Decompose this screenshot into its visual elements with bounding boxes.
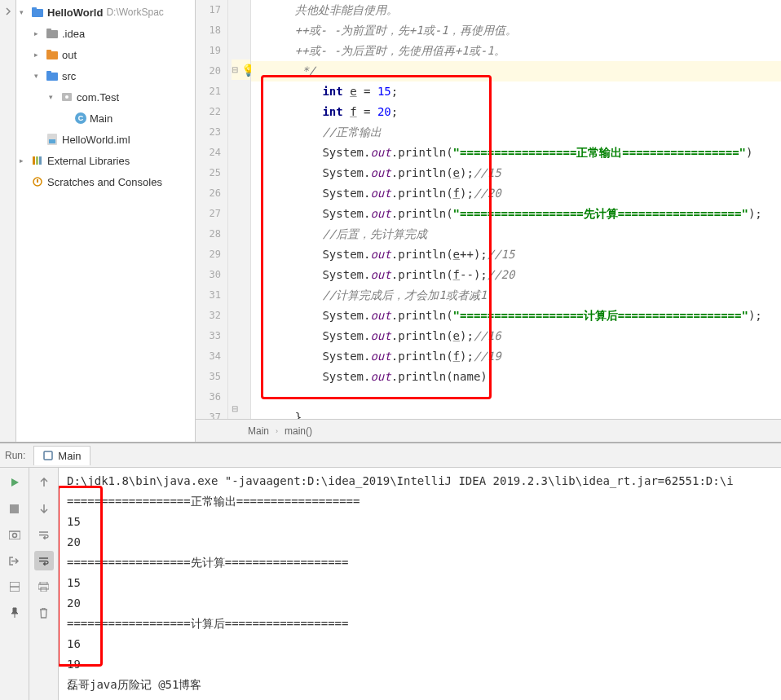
tree-root[interactable]: ▾ HelloWorld D:\WorkSpac (16, 2, 195, 23)
chevron-down-icon[interactable]: ▾ (34, 72, 46, 80)
wrap-icon[interactable] (34, 525, 54, 544)
tree-file-iml[interactable]: HelloWorld.iml (16, 129, 195, 150)
folder-icon (46, 28, 59, 39)
tree-folder-idea[interactable]: ▸ .idea (16, 23, 195, 44)
run-header: Run: Main (0, 443, 781, 468)
console-line: 19 (67, 654, 773, 675)
line-number[interactable]: 24 (196, 143, 221, 163)
line-number[interactable]: 30 (196, 265, 221, 285)
fold-marker-icon[interactable]: ⊟ (232, 65, 238, 74)
scroll-end-icon[interactable] (34, 551, 54, 570)
chevron-right-icon[interactable]: ▸ (20, 156, 31, 165)
console-line: 20 (67, 532, 773, 553)
svg-rect-24 (38, 584, 49, 589)
console-line: ==================先计算================== (67, 553, 773, 573)
svg-rect-6 (46, 73, 58, 81)
up-arrow-icon[interactable] (34, 473, 54, 492)
chevron-down-icon[interactable]: ▾ (49, 93, 60, 101)
line-number[interactable]: 31 (196, 285, 221, 306)
breadcrumb-item[interactable]: main() (285, 425, 312, 437)
tree-class-main[interactable]: C Main (16, 108, 195, 129)
line-number[interactable]: 19 (196, 41, 221, 61)
line-number[interactable]: 36 (196, 387, 221, 407)
line-number[interactable]: 27 (196, 204, 221, 224)
run-tab[interactable]: Main (33, 446, 90, 465)
folder-icon (46, 49, 59, 60)
iml-file-icon (46, 134, 59, 145)
tree-label: src (62, 70, 76, 82)
breadcrumb-item[interactable]: Main (248, 425, 269, 437)
svg-rect-1 (32, 7, 37, 10)
chevron-right-icon[interactable]: ▸ (34, 51, 46, 59)
svg-rect-19 (9, 531, 20, 539)
tree-scratches[interactable]: Scratches and Consoles (16, 171, 195, 192)
folder-icon (46, 70, 59, 81)
line-number[interactable]: 33 (196, 326, 221, 346)
line-number[interactable]: 35 (196, 367, 221, 387)
tree-label: out (62, 49, 77, 61)
print-icon[interactable] (34, 577, 54, 597)
chevron-down-icon[interactable]: ▾ (20, 8, 31, 16)
tree-root-path: D:\WorkSpac (106, 7, 163, 18)
marker-gutter: ⊟ 💡 ⊟ (228, 0, 251, 419)
svg-rect-5 (46, 50, 51, 52)
fold-marker-icon[interactable]: ⊟ (232, 404, 238, 413)
gutter-chevron-icon[interactable] (2, 5, 15, 18)
package-icon (60, 91, 73, 103)
svg-rect-12 (33, 156, 35, 165)
console-output[interactable]: D:\jdk1.8\bin\java.exe "-javaagent:D:\id… (59, 468, 781, 700)
line-number[interactable]: 20 (196, 61, 221, 81)
tree-label: Scratches and Consoles (47, 176, 162, 188)
camera-icon[interactable] (5, 525, 24, 544)
run-tab-label: Main (58, 450, 81, 462)
stop-button[interactable] (5, 499, 24, 518)
tree-label: External Libraries (47, 155, 130, 167)
tree-root-label: HelloWorld (47, 7, 103, 19)
svg-rect-16 (37, 179, 38, 183)
breadcrumb: Main › main() (196, 419, 781, 442)
line-number[interactable]: 17 (196, 0, 221, 20)
tree-folder-src[interactable]: ▾ src (16, 65, 195, 86)
library-icon (31, 155, 44, 166)
line-number[interactable]: 28 (196, 224, 221, 244)
svg-rect-11 (49, 139, 55, 143)
console-line: 15 (67, 573, 773, 593)
svg-rect-4 (46, 51, 58, 59)
console-line: 16 (67, 634, 773, 654)
scratch-icon (31, 176, 44, 187)
exit-icon[interactable] (5, 551, 24, 570)
svg-rect-3 (46, 29, 51, 31)
pin-icon[interactable] (5, 603, 24, 623)
line-number[interactable]: 22 (196, 102, 221, 122)
line-number[interactable]: 29 (196, 244, 221, 265)
tree-external-libs[interactable]: ▸ External Libraries (16, 150, 195, 171)
svg-rect-17 (44, 451, 52, 460)
line-number[interactable]: 18 (196, 20, 221, 41)
tree-folder-out[interactable]: ▸ out (16, 44, 195, 65)
line-number[interactable]: 32 (196, 306, 221, 326)
trash-icon[interactable] (34, 603, 54, 623)
tree-label: HelloWorld.iml (62, 134, 130, 146)
line-number[interactable]: 21 (196, 81, 221, 102)
console-line: 15 (67, 512, 773, 532)
project-tree-panel: ▾ HelloWorld D:\WorkSpac ▸ .idea ▸ (16, 0, 196, 442)
line-number[interactable]: 26 (196, 183, 221, 204)
tree-package[interactable]: ▾ com.Test (16, 86, 195, 108)
line-number[interactable]: 25 (196, 163, 221, 183)
tree-label: .idea (62, 28, 85, 40)
run-config-icon (42, 450, 54, 461)
down-arrow-icon[interactable] (34, 499, 54, 518)
run-panel: Run: Main (0, 442, 781, 700)
code-editor[interactable]: 共他处非能自使用。 ++或- -为前置时，先+1或-1，再使用值。 ++或- -… (251, 0, 781, 419)
svg-rect-7 (46, 71, 51, 73)
console-line: 20 (67, 593, 773, 614)
editor-area: 17 18 19 20 21 22 23 24 25 26 27 28 29 3… (196, 0, 781, 442)
svg-point-20 (12, 534, 16, 538)
line-number[interactable]: 37 (196, 407, 221, 419)
line-number[interactable]: 34 (196, 346, 221, 367)
layout-icon[interactable] (5, 577, 24, 597)
chevron-right-icon: › (276, 427, 278, 435)
line-number[interactable]: 23 (196, 122, 221, 143)
run-button[interactable] (5, 473, 24, 492)
chevron-right-icon[interactable]: ▸ (34, 29, 46, 37)
